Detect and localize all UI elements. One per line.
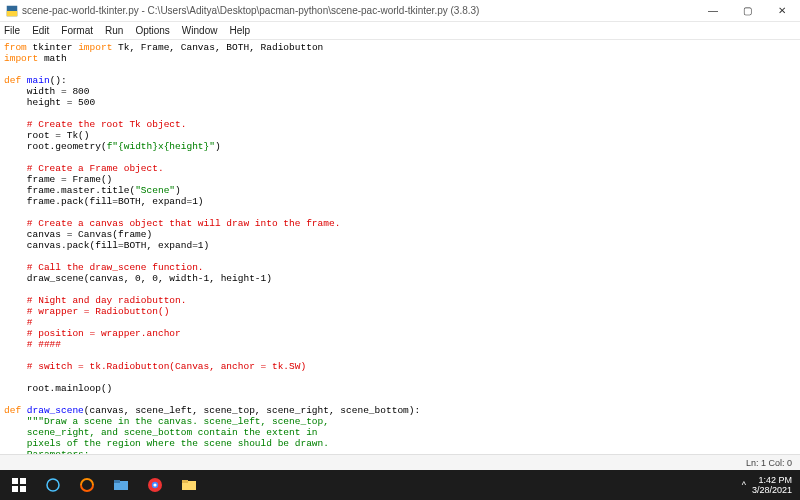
- code-line: canvas.pack(fill=BOTH, expand=1): [4, 240, 209, 251]
- cortana-icon[interactable]: [36, 470, 70, 500]
- code-line: # switch = tk.Radiobutton(Canvas, anchor…: [4, 361, 306, 372]
- svg-rect-5: [20, 486, 26, 492]
- code-token: draw_scene: [27, 405, 84, 416]
- code-line: frame = Frame(): [4, 174, 112, 185]
- system-tray[interactable]: ^ 1:42 PM 3/28/2021: [742, 475, 798, 495]
- code-line: root = Tk(): [4, 130, 90, 141]
- code-token: ():: [50, 75, 67, 86]
- code-line: # wrapper = Radiobutton(): [4, 306, 169, 317]
- menu-help[interactable]: Help: [229, 25, 250, 36]
- code-token: tkinter: [27, 42, 78, 53]
- menu-run[interactable]: Run: [105, 25, 123, 36]
- taskbar-file-explorer[interactable]: [104, 470, 138, 500]
- windows-icon: [11, 477, 27, 493]
- svg-rect-13: [182, 480, 188, 483]
- code-token: Tk, Frame, Canvas, BOTH, Radiobutton: [112, 42, 323, 53]
- minimize-button[interactable]: —: [696, 0, 730, 21]
- window-controls: — ▢ ✕: [696, 0, 800, 21]
- code-token: import: [4, 53, 38, 64]
- code-line: draw_scene(canvas, 0, 0, width-1, height…: [4, 273, 272, 284]
- close-button[interactable]: ✕: [764, 0, 800, 21]
- taskbar: ^ 1:42 PM 3/28/2021: [0, 470, 800, 500]
- code-token: math: [38, 53, 67, 64]
- code-token: "Scene": [135, 185, 175, 196]
- code-line: width = 800: [4, 86, 90, 97]
- svg-rect-2: [12, 478, 18, 484]
- code-token: import: [78, 42, 112, 53]
- code-line: #: [4, 317, 33, 328]
- tray-chevron-icon[interactable]: ^: [742, 480, 746, 490]
- code-line: """Draw a scene in the canvas. scene_lef…: [4, 416, 329, 427]
- code-token: main: [27, 75, 50, 86]
- code-line: root.mainloop(): [4, 383, 112, 394]
- code-line: # Create a Frame object.: [4, 163, 164, 174]
- statusbar: Ln: 1 Col: 0: [0, 454, 800, 470]
- code-token: from: [4, 42, 27, 53]
- start-button[interactable]: [2, 470, 36, 500]
- code-line: # ####: [4, 339, 61, 350]
- menu-format[interactable]: Format: [61, 25, 93, 36]
- code-token: f"{width}x{height}": [107, 141, 215, 152]
- menu-edit[interactable]: Edit: [32, 25, 49, 36]
- code-line: scene_right, and scene_bottom contain th…: [4, 427, 318, 438]
- code-line: canvas = Canvas(frame): [4, 229, 152, 240]
- menu-window[interactable]: Window: [182, 25, 218, 36]
- code-token: ): [215, 141, 221, 152]
- code-line: # Call the draw_scene function.: [4, 262, 204, 273]
- chrome-icon: [147, 477, 163, 493]
- code-token: frame.master.title(: [4, 185, 135, 196]
- svg-rect-3: [20, 478, 26, 484]
- code-line: height = 500: [4, 97, 95, 108]
- code-line: Parameters:: [4, 449, 90, 454]
- taskbar-app-icon[interactable]: [70, 470, 104, 500]
- taskbar-clock[interactable]: 1:42 PM 3/28/2021: [752, 475, 792, 495]
- code-line: frame.pack(fill=BOTH, expand=1): [4, 196, 204, 207]
- code-token: root.geometry(: [4, 141, 107, 152]
- code-line: # position = wrapper.anchor: [4, 328, 181, 339]
- cursor-position: Ln: 1 Col: 0: [746, 458, 792, 468]
- code-line: # Night and day radiobutton.: [4, 295, 186, 306]
- code-line: pixels of the region where the scene sho…: [4, 438, 329, 449]
- svg-point-11: [153, 483, 156, 486]
- menu-file[interactable]: File: [4, 25, 20, 36]
- svg-rect-1: [7, 11, 18, 16]
- maximize-button[interactable]: ▢: [730, 0, 764, 21]
- titlebar: scene-pac-world-tkinter.py - C:\Users\Ad…: [0, 0, 800, 22]
- taskbar-chrome[interactable]: [138, 470, 172, 500]
- code-token: def: [4, 405, 21, 416]
- window-title: scene-pac-world-tkinter.py - C:\Users\Ad…: [22, 5, 696, 16]
- clock-time: 1:42 PM: [752, 475, 792, 485]
- code-token: ): [175, 185, 181, 196]
- folder-icon: [181, 477, 197, 493]
- clock-date: 3/28/2021: [752, 485, 792, 495]
- taskbar-folder[interactable]: [172, 470, 206, 500]
- app-icon: [6, 5, 18, 17]
- menu-options[interactable]: Options: [135, 25, 169, 36]
- code-line: # Create the root Tk object.: [4, 119, 186, 130]
- svg-rect-8: [114, 480, 120, 483]
- code-editor[interactable]: from tkinter import Tk, Frame, Canvas, B…: [0, 40, 800, 454]
- code-token: (canvas, scene_left, scene_top, scene_ri…: [84, 405, 420, 416]
- svg-rect-4: [12, 486, 18, 492]
- code-line: # Create a canvas object that will draw …: [4, 218, 340, 229]
- svg-point-6: [47, 479, 59, 491]
- menubar: File Edit Format Run Options Window Help: [0, 22, 800, 40]
- folder-icon: [113, 477, 129, 493]
- circle-icon: [45, 477, 61, 493]
- code-token: def: [4, 75, 21, 86]
- app-icon: [79, 477, 95, 493]
